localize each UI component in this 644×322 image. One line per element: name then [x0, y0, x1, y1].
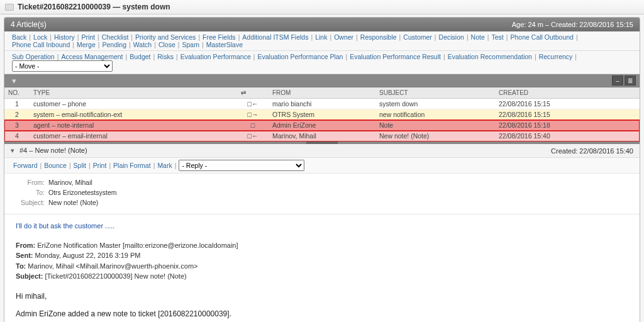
- ticket-toolbar-2: Sub Operation | Access Management | Budg…: [4, 51, 640, 74]
- article-action-plain-format[interactable]: Plain Format: [111, 162, 153, 169]
- table-header-row: NO. TYPE ⇄ FROM SUBJECT CREATED: [4, 87, 640, 99]
- collapse-button[interactable]: –: [612, 75, 623, 86]
- q-to: Marinov, Mihail <Mihail.Marinov@wuerth-p…: [28, 262, 197, 270]
- toolbar-phone-call-outbound[interactable]: Phone Call Outbound: [508, 33, 576, 41]
- article-action-print[interactable]: Print: [91, 162, 109, 169]
- article-count: 4 Article(s): [11, 20, 47, 29]
- toolbar-additional-itsm-fields[interactable]: Additional ITSM Fields: [240, 33, 311, 41]
- body-intro: I'll do it but ask the customer .....: [16, 221, 628, 231]
- q-from-lbl: From:: [16, 242, 35, 249]
- window-title-text: Ticket#2016082210000039 — system down: [18, 3, 170, 11]
- filter-icon[interactable]: ▾: [8, 76, 19, 86]
- col-subject[interactable]: SUBJECT: [375, 87, 495, 99]
- article-view-header: ▾#4 – New note! (Note) Created: 22/08/20…: [4, 144, 640, 158]
- toolbar-owner[interactable]: Owner: [331, 33, 356, 41]
- toolbar-sub-operation[interactable]: Sub Operation: [9, 53, 57, 60]
- toolbar-decision[interactable]: Decision: [436, 33, 467, 41]
- toolbar-access-management[interactable]: Access Management: [58, 53, 125, 60]
- age-created: Age: 24 m – Created: 22/08/2016 15:15: [512, 21, 633, 28]
- col-dir[interactable]: ⇄: [237, 87, 269, 99]
- toolbar-watch[interactable]: Watch: [131, 41, 154, 48]
- meta-to-label: To:: [13, 189, 45, 196]
- toolbar-phone-call-inbound[interactable]: Phone Call Inbound: [9, 41, 72, 48]
- toolbar-test[interactable]: Test: [489, 33, 506, 41]
- toolbar-evaluation-recommendation[interactable]: Evaluation Recommendation: [445, 53, 535, 60]
- toolbar-print[interactable]: Print: [79, 33, 97, 41]
- meta-from: Marinov, Mihail: [48, 179, 92, 186]
- move-select[interactable]: - Move -: [12, 60, 113, 72]
- toolbar-merge[interactable]: Merge: [74, 41, 98, 48]
- article-action-mark[interactable]: Mark: [155, 162, 174, 169]
- toolbar-note[interactable]: Note: [469, 33, 487, 41]
- meta-subject-label: Subject:: [13, 199, 45, 206]
- q-subj: [Ticket#2016082210000039] New note! (Not…: [45, 272, 186, 280]
- article-action-forward[interactable]: Forward: [11, 162, 40, 169]
- toolbar-customer[interactable]: Customer: [401, 33, 435, 41]
- toolbar-close[interactable]: Close: [156, 41, 178, 48]
- toolbar-budget[interactable]: Budget: [127, 53, 153, 60]
- toolbar-free-fields[interactable]: Free Fields: [200, 33, 238, 41]
- card-header: 4 Article(s) Age: 24 m – Created: 22/08/…: [4, 18, 640, 31]
- article-action-split[interactable]: Split: [71, 162, 89, 169]
- splitter-bar[interactable]: [4, 142, 640, 144]
- reply-select[interactable]: - Reply -: [179, 160, 304, 171]
- filter-row: ▾ – ≣: [4, 74, 640, 87]
- meta-to: Otrs Erizonetestsystem: [48, 189, 117, 196]
- articles-table: NO. TYPE ⇄ FROM SUBJECT CREATED 1custome…: [4, 87, 640, 142]
- toolbar-back[interactable]: Back: [9, 33, 29, 41]
- q-sent-lbl: Sent:: [16, 252, 33, 259]
- toolbar-spam[interactable]: Spam: [179, 41, 201, 48]
- meta-from-label: From:: [13, 179, 45, 186]
- toolbar-lock[interactable]: Lock: [31, 33, 50, 41]
- q-subj-lbl: Subject:: [16, 272, 43, 280]
- article-toolbar: Forward | Bounce | Split | Print | Plain…: [4, 158, 640, 174]
- toolbar-risks[interactable]: Risks: [155, 53, 176, 60]
- folder-icon: [5, 4, 14, 11]
- chevron-down-icon[interactable]: ▾: [11, 147, 14, 154]
- article-view-created: Created: 22/08/2016 15:40: [551, 147, 633, 155]
- toolbar-evaluation-performance-plan[interactable]: Evaluation Performance Plan: [255, 53, 345, 60]
- body-greeting: Hi mihail,: [16, 291, 628, 302]
- list-view-button[interactable]: ≣: [625, 75, 636, 86]
- article-body: I'll do it but ask the customer ..... Fr…: [4, 214, 640, 322]
- article-meta: From:Marinov, Mihail To:Otrs Erizonetest…: [4, 174, 640, 214]
- table-row[interactable]: 3agent – note-internal□Admin EriZoneNote…: [4, 120, 640, 131]
- toolbar-pending[interactable]: Pending: [99, 41, 129, 48]
- toolbar-evaluation-performance-result[interactable]: Evaluation Performance Result: [347, 53, 443, 60]
- meta-subject: New note! (Note): [48, 199, 98, 206]
- toolbar-link[interactable]: Link: [313, 33, 330, 41]
- body-line1: Admin EriZone added a new note to ticket…: [16, 308, 628, 319]
- toolbar-responsible[interactable]: Responsible: [358, 33, 399, 41]
- toolbar-priority-and-services[interactable]: Priority and Services: [133, 33, 198, 41]
- article-action-bounce[interactable]: Bounce: [42, 162, 69, 169]
- table-row[interactable]: 4customer – email-internal□←Marinov, Mih…: [4, 131, 640, 142]
- table-row[interactable]: 2system – email-notification-ext□→OTRS S…: [4, 109, 640, 120]
- toolbar-checklist[interactable]: Checklist: [99, 33, 131, 41]
- q-from: EriZone Notification Master [mailto:eriz…: [37, 242, 238, 249]
- q-sent: Monday, August 22, 2016 3:19 PM: [35, 252, 141, 259]
- table-row[interactable]: 1customer – phone□←mario bianchisystem d…: [4, 99, 640, 109]
- col-from[interactable]: FROM: [269, 87, 375, 99]
- toolbar-evaluation-performance[interactable]: Evaluation Performance: [178, 53, 253, 60]
- grip-icon: [306, 142, 338, 144]
- toolbar-masterslave[interactable]: MasterSlave: [204, 41, 245, 48]
- article-view-title: #4 – New note! (Note): [19, 147, 87, 154]
- col-created[interactable]: CREATED: [495, 87, 640, 99]
- window-titlebar: Ticket#2016082210000039 — system down: [0, 0, 644, 14]
- col-type[interactable]: TYPE: [30, 87, 237, 99]
- ticket-toolbar-1: Back | Lock | History | Print | Checklis…: [4, 31, 640, 51]
- ticket-card: 4 Article(s) Age: 24 m – Created: 22/08/…: [4, 17, 640, 322]
- col-no[interactable]: NO.: [4, 87, 30, 99]
- toolbar-recurrency[interactable]: Recurrency: [536, 53, 575, 60]
- q-to-lbl: To:: [16, 262, 26, 270]
- quoted-header: From: EriZone Notification Master [mailt…: [16, 240, 628, 282]
- toolbar-history[interactable]: History: [52, 33, 77, 41]
